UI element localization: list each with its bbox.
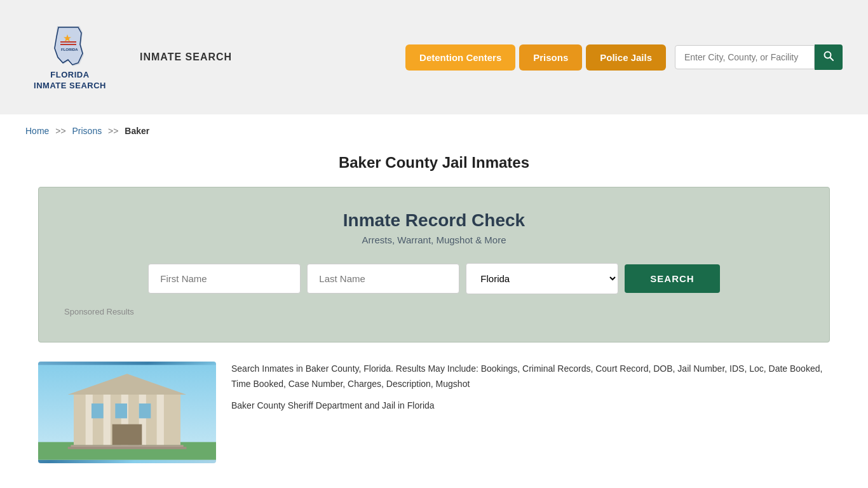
svg-rect-18 — [115, 403, 127, 418]
svg-rect-19 — [139, 403, 151, 418]
site-header: FLORIDA FLORIDAINMATE SEARCH INMATE SEAR… — [0, 0, 868, 114]
record-check-box: Inmate Record Check Arrests, Warrant, Mu… — [38, 187, 830, 342]
inmate-search-label: INMATE SEARCH — [140, 51, 232, 63]
detention-centers-button[interactable]: Detention Centers — [405, 44, 515, 71]
breadcrumb-separator-2: >> — [108, 126, 118, 136]
svg-text:FLORIDA: FLORIDA — [61, 48, 78, 51]
svg-rect-13 — [104, 395, 111, 445]
breadcrumb-prisons[interactable]: Prisons — [72, 126, 102, 136]
record-check-form: Florida SEARCH — [64, 263, 804, 294]
logo-title: FLORIDAINMATE SEARCH — [34, 70, 106, 92]
content-section: Search Inmates in Baker County, Florida.… — [0, 362, 868, 488]
search-icon — [824, 51, 834, 61]
header-search-bar — [675, 44, 843, 70]
record-check-title: Inmate Record Check — [64, 210, 804, 231]
police-jails-button[interactable]: Police Jails — [586, 44, 666, 71]
svg-rect-17 — [92, 403, 104, 418]
nav-buttons: Detention Centers Prisons Police Jails — [405, 44, 843, 71]
building-image — [38, 362, 216, 463]
content-text: Search Inmates in Baker County, Florida.… — [231, 362, 830, 463]
florida-map-logo: FLORIDA — [44, 23, 95, 67]
breadcrumb: Home >> Prisons >> Baker — [0, 114, 868, 147]
state-select[interactable]: Florida — [466, 263, 618, 294]
header-search-button[interactable] — [815, 44, 843, 70]
svg-line-7 — [831, 58, 834, 61]
first-name-input[interactable] — [148, 264, 301, 294]
record-check-subtitle: Arrests, Warrant, Mugshot & More — [64, 234, 804, 245]
svg-rect-22 — [68, 447, 187, 449]
breadcrumb-separator-1: >> — [55, 126, 65, 136]
prisons-button[interactable]: Prisons — [519, 44, 582, 71]
svg-rect-16 — [157, 395, 164, 445]
content-paragraph-2: Baker County Sheriff Department and Jail… — [231, 398, 830, 414]
logo-area: FLORIDA FLORIDAINMATE SEARCH — [25, 23, 114, 92]
record-search-button[interactable]: SEARCH — [625, 264, 719, 293]
breadcrumb-current: Baker — [125, 126, 149, 136]
building-svg — [38, 362, 216, 463]
header-search-input[interactable] — [675, 45, 815, 69]
page-title: Baker County Jail Inmates — [0, 154, 868, 172]
sponsored-results-label: Sponsored Results — [64, 307, 804, 316]
svg-rect-12 — [86, 395, 93, 445]
svg-rect-20 — [112, 424, 142, 445]
breadcrumb-home[interactable]: Home — [25, 126, 49, 136]
content-paragraph-1: Search Inmates in Baker County, Florida.… — [231, 362, 830, 392]
last-name-input[interactable] — [307, 264, 459, 294]
